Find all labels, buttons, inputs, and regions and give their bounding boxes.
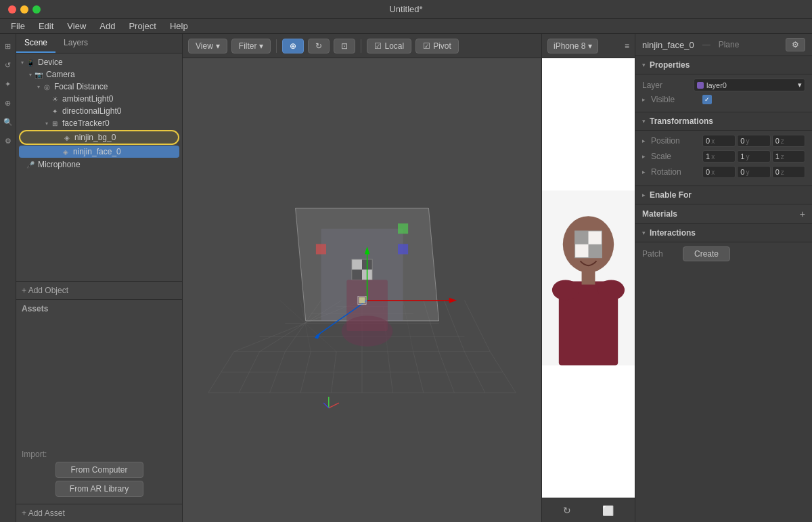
filter-button[interactable]: Filter ▾ (231, 39, 271, 53)
toolbar-search-icon[interactable]: 🔍 (1, 115, 15, 129)
rotation-z-field[interactable]: 0 z (772, 166, 805, 178)
menu-add[interactable]: Add (94, 20, 120, 32)
preview-capture-button[interactable]: ⬜ (602, 505, 614, 516)
enable-for-section-header[interactable]: ▸ Enable For (635, 186, 812, 204)
titlebar: Untitled* (0, 0, 812, 19)
toolbar-grid-icon[interactable]: ⊞ (1, 39, 15, 53)
svg-rect-55 (575, 231, 589, 244)
position-y-field[interactable]: 0 y (737, 135, 770, 147)
menubar: File Edit View Add Project Help (0, 19, 812, 34)
tab-layers[interactable]: Layers (55, 34, 96, 53)
svg-marker-43 (449, 298, 457, 303)
svg-line-15 (464, 301, 490, 352)
position-row: ▸ Position 0 x 0 y 0 z (642, 135, 805, 147)
ambient-icon: ☀ (50, 94, 60, 104)
tree-item-ninjin-face[interactable]: ▸ ◈ ninjin_face_0 (19, 146, 179, 158)
menu-help[interactable]: Help (164, 20, 194, 32)
preview-menu-button[interactable]: ≡ (625, 41, 629, 51)
menu-project[interactable]: Project (123, 20, 161, 32)
import-label: Import: (22, 450, 177, 459)
tree-item-focal[interactable]: ▾ ◎ Focal Distance (16, 81, 182, 93)
scale-values: 1 x 1 y 1 z (702, 150, 805, 162)
scale-z-value: 1 (775, 152, 780, 160)
svg-line-48 (329, 403, 339, 408)
position-label: Position (651, 136, 698, 146)
device-selector[interactable]: iPhone 8 ▾ (547, 39, 598, 53)
transform-button[interactable]: ⊕ (282, 39, 304, 53)
position-x-field[interactable]: 0 x (702, 135, 736, 147)
tree-item-ninjin-bg[interactable]: ▸ ◈ ninjin_bg_0 (19, 130, 179, 145)
actions-icon: ⚙ (792, 40, 799, 49)
close-button[interactable] (8, 5, 16, 14)
view-button[interactable]: View ▾ (188, 39, 227, 53)
materials-title: Materials (642, 209, 677, 219)
directional-label: directionalLight0 (62, 106, 121, 116)
layer-row: Layer layer0 ▾ (642, 79, 805, 91)
transformations-body: ▸ Position 0 x 0 y 0 z (635, 131, 812, 186)
toolbar-light-icon[interactable]: ✦ (1, 77, 15, 91)
frame-button[interactable]: ⊡ (334, 39, 355, 53)
view-chevron-icon: ▾ (216, 41, 220, 51)
create-button[interactable]: Create (683, 246, 730, 261)
menu-view[interactable]: View (62, 20, 91, 32)
interactions-section-header[interactable]: ▾ Interactions (635, 224, 812, 242)
svg-rect-36 (398, 244, 408, 254)
local-button[interactable]: ☑ Local (367, 39, 411, 53)
preview-toolbar: iPhone 8 ▾ ≡ (542, 34, 635, 58)
viewport-canvas[interactable] (183, 58, 541, 522)
actions-button[interactable]: ⚙ (786, 38, 805, 51)
layer-chevron-icon: ▾ (798, 81, 802, 89)
rotation-x-field[interactable]: 0 x (702, 166, 736, 178)
ambient-label: ambientLight0 (62, 94, 113, 104)
scene-tree: ▾ 📱 Device ▾ 📷 Camera ▾ ◎ Focal Distance (16, 53, 182, 281)
arrow-device: ▾ (19, 59, 26, 66)
rotation-y-field[interactable]: 0 y (737, 166, 770, 178)
obj-name: ninjin_face_0 (642, 40, 694, 50)
viewport: View ▾ Filter ▾ ⊕ ↻ ⊡ ☑ Local (183, 34, 541, 522)
y-axis-label: y (746, 137, 749, 145)
transformations-arrow-icon: ▾ (642, 118, 646, 125)
tree-item-directional[interactable]: ▸ ✦ directionalLight0 (16, 105, 182, 117)
toolbar-rotate-icon[interactable]: ↺ (1, 58, 15, 72)
menu-edit[interactable]: Edit (33, 20, 59, 32)
pivot-button[interactable]: ☑ Pivot (415, 39, 459, 53)
transformations-section-header[interactable]: ▾ Transformations (635, 112, 812, 131)
tree-item-facetracker[interactable]: ▾ ⊞ faceTracker0 (16, 117, 182, 129)
properties-section-header[interactable]: ▾ Properties (635, 56, 812, 74)
window-controls[interactable] (8, 5, 41, 14)
add-material-button[interactable]: + (800, 209, 805, 219)
enable-arrow-icon: ▸ (642, 192, 646, 198)
from-ar-library-button[interactable]: From AR Library (55, 481, 143, 497)
toolbar-settings-icon[interactable]: ⚙ (1, 134, 15, 148)
z-axis-label: z (781, 137, 784, 145)
transformations-title: Transformations (650, 116, 713, 126)
toolbar-add-icon[interactable]: ⊕ (1, 96, 15, 110)
scale-x-field[interactable]: 1 x (702, 150, 736, 162)
minimize-button[interactable] (20, 5, 28, 14)
tree-item-device[interactable]: ▾ 📱 Device (16, 56, 182, 68)
tree-item-microphone[interactable]: ▸ 🎤 Microphone (16, 158, 182, 171)
scale-arrow-icon: ▸ (642, 153, 646, 160)
menu-file[interactable]: File (5, 20, 30, 32)
tab-scene[interactable]: Scene (16, 34, 55, 53)
pos-z-value: 0 (775, 137, 780, 145)
materials-header: Materials + (635, 204, 812, 224)
focal-icon: ◎ (42, 82, 51, 91)
preview-refresh-button[interactable]: ↻ (563, 505, 571, 516)
scale-z-field[interactable]: 1 z (772, 150, 805, 162)
from-computer-button[interactable]: From Computer (55, 462, 143, 478)
maximize-button[interactable] (32, 5, 41, 14)
tree-item-camera[interactable]: ▾ 📷 Camera (16, 68, 182, 81)
svg-rect-37 (398, 223, 408, 234)
visible-checkbox[interactable]: ✓ (702, 95, 712, 104)
refresh-button[interactable]: ↻ (308, 39, 330, 53)
position-z-field[interactable]: 0 z (772, 135, 805, 147)
sy-axis-label: y (746, 153, 749, 160)
tree-item-ambient[interactable]: ▸ ☀ ambientLight0 (16, 93, 182, 105)
scale-y-field[interactable]: 1 y (737, 150, 770, 162)
layer-select[interactable]: layer0 ▾ (694, 79, 805, 91)
rx-axis-label: x (711, 169, 715, 176)
add-object-button[interactable]: + Add Object (16, 281, 182, 299)
add-asset-button[interactable]: + Add Asset (16, 504, 182, 522)
focal-label: Focal Distance (54, 82, 108, 91)
